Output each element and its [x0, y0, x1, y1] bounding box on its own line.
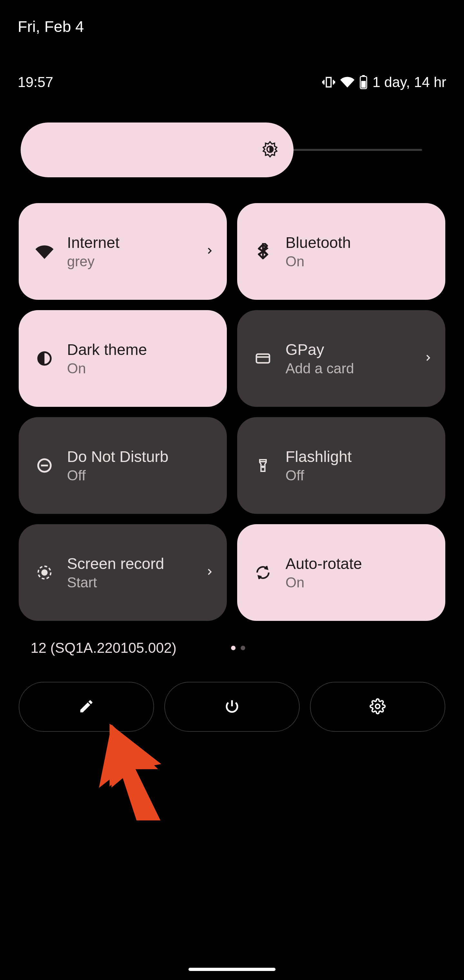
tile-bluetooth[interactable]: Bluetooth On — [237, 203, 445, 300]
tile-sub: On — [67, 360, 211, 377]
page-dot — [241, 646, 245, 650]
status-bar: 19:57 1 day, 14 hr — [18, 74, 446, 90]
pencil-icon — [78, 698, 94, 716]
tile-sub: Start — [67, 574, 211, 590]
flashlight-icon — [253, 458, 273, 473]
battery-text: 1 day, 14 hr — [372, 74, 446, 90]
dark-theme-icon — [35, 350, 54, 367]
record-icon — [35, 564, 54, 581]
svg-point-10 — [42, 570, 47, 575]
svg-rect-1 — [362, 75, 365, 76]
svg-point-11 — [375, 704, 380, 708]
tile-gpay[interactable]: GPay Add a card — [237, 310, 445, 407]
wifi-icon — [340, 75, 354, 89]
rotate-icon — [253, 564, 273, 581]
battery-icon — [359, 75, 368, 89]
tile-title: Dark theme — [67, 341, 211, 358]
tile-sub: Off — [67, 468, 211, 484]
tile-title: Auto-rotate — [286, 555, 429, 573]
brightness-slider[interactable] — [21, 123, 422, 177]
cursor-arrow-overlay — [97, 717, 168, 822]
brightness-fill — [21, 123, 294, 177]
tile-title: Do Not Disturb — [67, 448, 211, 466]
tile-screen-record[interactable]: Screen record Start — [19, 524, 227, 621]
tile-sub: On — [286, 574, 429, 590]
page-dot — [231, 646, 235, 650]
svg-point-8 — [262, 466, 264, 468]
settings-button[interactable] — [310, 682, 445, 732]
tile-dark-theme[interactable]: Dark theme On — [19, 310, 227, 407]
vibrate-icon — [322, 75, 336, 89]
card-icon — [253, 350, 273, 367]
tile-dnd[interactable]: Do Not Disturb Off — [19, 417, 227, 514]
clock: 19:57 — [18, 74, 53, 90]
tile-title: Screen record — [67, 555, 211, 573]
qs-tiles-grid: Internet grey Bluetooth On Dark theme On… — [19, 203, 445, 621]
svg-rect-6 — [256, 354, 270, 363]
bluetooth-icon — [253, 243, 273, 260]
footer-buttons — [19, 682, 445, 732]
tile-title: Bluetooth — [286, 234, 429, 251]
tile-auto-rotate[interactable]: Auto-rotate On — [237, 524, 445, 621]
chevron-right-icon — [205, 567, 214, 578]
dnd-icon — [35, 457, 54, 474]
wifi-icon — [35, 242, 54, 261]
brightness-icon — [261, 140, 279, 159]
svg-rect-2 — [361, 81, 366, 88]
tile-title: GPay — [286, 341, 429, 358]
tile-sub: Add a card — [286, 360, 429, 377]
build-info-row: 12 (SQ1A.220105.002) — [30, 640, 445, 656]
tile-sub: Off — [286, 468, 429, 484]
page-indicator — [231, 646, 245, 650]
date-label: Fri, Feb 4 — [18, 18, 84, 35]
tile-flashlight[interactable]: Flashlight Off — [237, 417, 445, 514]
tile-internet[interactable]: Internet grey — [19, 203, 227, 300]
power-button[interactable] — [164, 682, 300, 732]
tile-sub: On — [286, 253, 429, 269]
status-icons: 1 day, 14 hr — [322, 74, 446, 90]
gear-icon — [370, 698, 386, 716]
tile-sub: grey — [67, 253, 211, 269]
power-icon — [224, 698, 240, 716]
chevron-right-icon — [205, 246, 214, 257]
build-label: 12 (SQ1A.220105.002) — [30, 640, 176, 656]
tile-title: Flashlight — [286, 448, 429, 466]
gesture-nav-bar[interactable] — [189, 968, 275, 971]
chevron-right-icon — [423, 353, 432, 364]
tile-title: Internet — [67, 234, 211, 251]
